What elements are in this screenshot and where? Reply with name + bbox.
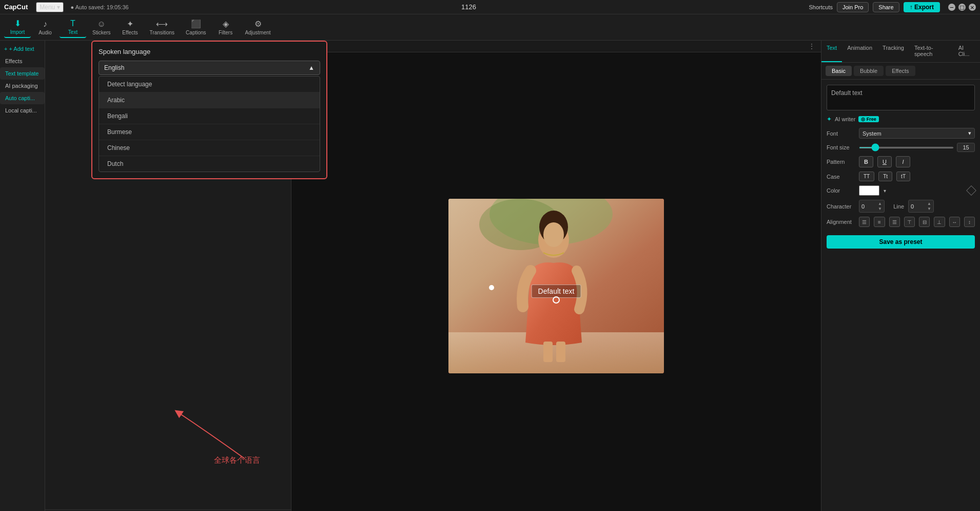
character-input[interactable]: 0 ▲ ▼ (859, 200, 885, 213)
filters-icon: ◈ (223, 19, 229, 29)
line-label: Line (889, 203, 904, 210)
color-dropdown-icon[interactable]: ▾ (884, 188, 886, 194)
join-pro-button[interactable]: Join Pro (837, 2, 869, 12)
sidebar-effects-label: Effects (5, 58, 22, 64)
case-tt2-button[interactable]: Tt (878, 172, 892, 181)
annotation-text: 全球各个语言 (214, 456, 260, 465)
char-line-row: Character 0 ▲ ▼ Line 0 ▲ ▼ (827, 200, 975, 213)
tab-text[interactable]: Text (821, 41, 842, 62)
text-icon: T (70, 19, 75, 28)
fontsize-value[interactable]: 15 (957, 143, 975, 152)
player-menu-icon[interactable]: ⋮ (809, 43, 815, 50)
toolbar-text-label: Text (68, 29, 77, 35)
lang-item-detect[interactable]: Detect language (99, 77, 320, 92)
toolbar-audio[interactable]: ♪ Audio (32, 17, 58, 37)
sidebar-item-text-template[interactable]: Text template (0, 67, 45, 80)
lang-item-burmese[interactable]: Burmese (99, 124, 320, 140)
rotate-handle[interactable] (553, 296, 560, 304)
toolbar-text[interactable]: T Text (60, 17, 86, 38)
subtab-effects[interactable]: Effects (886, 66, 915, 76)
lang-item-arabic[interactable]: Arabic (99, 92, 320, 108)
color-row: Color ▾ (827, 185, 975, 196)
lang-item-bengali[interactable]: Bengali (99, 108, 320, 124)
player-viewport: Default text (291, 52, 821, 511)
case-row: Case TT Tt tT (827, 172, 975, 181)
line-up-icon[interactable]: ▲ (927, 201, 931, 206)
menu-button[interactable]: Menu ▾ (36, 2, 63, 12)
minimize-button[interactable]: − (948, 4, 955, 11)
pattern-label: Pattern (827, 159, 855, 165)
tab-animation[interactable]: Animation (842, 41, 877, 62)
tab-text-to-speech[interactable]: Text-to-speech (909, 41, 953, 62)
close-button[interactable]: × (969, 4, 976, 11)
toolbar-transitions[interactable]: ⟷ Transitions (145, 17, 180, 37)
alignment-label: Alignment (827, 219, 855, 225)
sidebar-item-effects[interactable]: Effects (0, 55, 45, 67)
shortcuts-button[interactable]: Shortcuts (809, 4, 832, 10)
add-text-label: + Add text (9, 46, 34, 52)
spoken-language-title: Spoken language (99, 48, 320, 55)
tab-tracking[interactable]: Tracking (877, 41, 909, 62)
character-up-icon[interactable]: ▲ (878, 201, 882, 206)
align-bottom-button[interactable]: ⊥ (934, 217, 945, 227)
align-middle-button[interactable]: ⊟ (919, 217, 930, 227)
align-center-button[interactable]: ≡ (874, 217, 885, 227)
italic-button[interactable]: I (896, 156, 910, 167)
toolbar-captions[interactable]: ⬛ Captions (181, 17, 211, 37)
share-button[interactable]: Share (873, 2, 899, 12)
character-down-icon[interactable]: ▼ (878, 206, 882, 212)
align-top-button[interactable]: ⊤ (904, 217, 915, 227)
spoken-language-dropdown: Spoken language English ▲ Detect languag… (91, 41, 327, 179)
fontsize-slider[interactable] (859, 147, 954, 148)
lang-item-chinese[interactable]: Chinese (99, 140, 320, 156)
align-h-button[interactable]: ↔ (949, 217, 960, 227)
align-right-button[interactable]: ☰ (889, 217, 900, 227)
bold-button[interactable]: B (859, 156, 873, 167)
export-button[interactable]: ↑ Export (904, 2, 940, 12)
line-down-icon[interactable]: ▼ (927, 206, 931, 212)
toolbar-effects[interactable]: ✦ Effects (117, 17, 144, 37)
transitions-icon: ⟷ (156, 19, 168, 29)
color-gradient-icon[interactable] (966, 185, 976, 196)
character-value: 0 (861, 203, 865, 210)
sidebar-auto-caption-label: Auto capti... (5, 95, 35, 101)
adjustment-icon: ⚙ (254, 19, 262, 29)
maximize-button[interactable]: □ (958, 4, 966, 11)
align-v-button[interactable]: ↕ (964, 217, 975, 227)
toolbar-adjustment[interactable]: ⚙ Adjustment (240, 17, 276, 37)
color-swatch[interactable] (859, 185, 879, 196)
toolbar-transitions-label: Transitions (150, 30, 175, 35)
case-label: Case (827, 174, 855, 180)
ai-writer-icon: ✦ (827, 116, 832, 123)
tab-ai-clip[interactable]: AI Cli... (953, 41, 980, 62)
underline-button[interactable]: U (877, 156, 892, 167)
toolbar-effects-label: Effects (122, 30, 138, 35)
right-panel: Text Animation Tracking Text-to-speech A… (821, 41, 980, 511)
align-left-button[interactable]: ☰ (859, 217, 870, 227)
spoken-language-select[interactable]: English ▲ (99, 61, 320, 75)
case-tt1-button[interactable]: TT (859, 172, 874, 181)
subtab-basic[interactable]: Basic (826, 66, 852, 76)
subtab-bubble[interactable]: Bubble (854, 66, 884, 76)
toolbar-captions-label: Captions (186, 30, 206, 35)
project-name: 1126 (133, 3, 805, 11)
toolbar-stickers[interactable]: ☺ Stickers (87, 17, 116, 37)
add-text-button[interactable]: + + Add text (0, 43, 45, 55)
toolbar-import[interactable]: ⬇ Import (4, 16, 31, 38)
font-select[interactable]: System ▾ (859, 128, 975, 139)
sidebar-item-auto-caption[interactable]: Auto capti... (0, 92, 45, 104)
player-header: Player ⋮ (291, 41, 821, 52)
arrow-annotation: 全球各个语言 (158, 402, 260, 465)
line-input[interactable]: 0 ▲ ▼ (908, 200, 934, 213)
lang-item-dutch[interactable]: Dutch (99, 156, 320, 172)
ai-free-badge: ◎ Free (858, 116, 879, 122)
toolbar-filters[interactable]: ◈ Filters (212, 17, 239, 37)
save-preset-button[interactable]: Save as preset (827, 235, 975, 249)
dropdown-chevron-icon: ▲ (308, 64, 315, 71)
transform-handle-left[interactable] (489, 285, 494, 290)
sidebar-item-ai-packaging[interactable]: AI packaging (0, 80, 45, 92)
case-tt3-button[interactable]: tT (896, 172, 910, 181)
default-text-input[interactable]: Default text (827, 85, 975, 110)
sidebar-item-local-caption[interactable]: Local capti... (0, 104, 45, 117)
autosave-status: ● Auto saved: 19:05:36 (71, 4, 129, 10)
